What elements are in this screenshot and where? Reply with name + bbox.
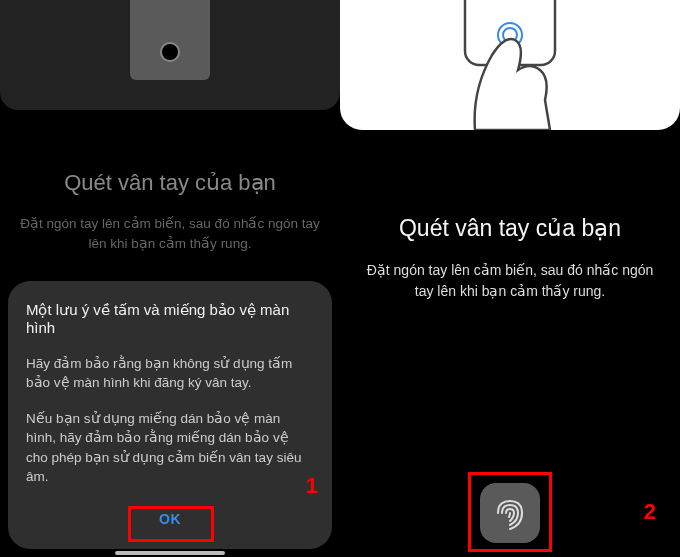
scan-instruction: Đặt ngón tay lên cảm biến, sau đó nhấc n… [360,260,660,302]
fingerprint-sensor[interactable] [480,483,540,543]
screen-protector-dialog: Một lưu ý về tấm và miếng bảo vệ màn hìn… [8,281,332,549]
scan-instruction: Đặt ngón tay lên cảm biến, sau đó nhấc n… [20,214,320,255]
scan-heading: Quét vân tay của bạn [20,170,320,196]
hand-touching-sensor-illustration [410,0,610,130]
ok-button[interactable]: OK [133,503,207,535]
scan-heading: Quét vân tay của bạn [360,215,660,242]
hand-illustration-area [340,0,680,130]
dialog-paragraph-1: Hãy đảm bảo rằng bạn không sử dụng tấm b… [26,354,314,393]
dialog-button-row: OK [26,503,314,535]
screen-2: Quét vân tay của bạn Đặt ngón tay lên cả… [340,0,680,557]
step-number-2: 2 [644,499,656,525]
fingerprint-icon [492,493,528,533]
step-number-1: 1 [306,473,318,499]
dialog-paragraph-2: Nếu bạn sử dụng miếng dán bảo vệ màn hìn… [26,409,314,487]
content-area: Quét vân tay của bạn Đặt ngón tay lên cả… [0,170,340,255]
phone-back-illustration [130,0,210,80]
content-area: Quét vân tay của bạn Đặt ngón tay lên cả… [340,215,680,302]
screen-1: Quét vân tay của bạn Đặt ngón tay lên cả… [0,0,340,557]
fingerprint-sensor-area[interactable] [480,483,540,543]
phone-illustration-area [0,0,340,110]
dialog-title: Một lưu ý về tấm và miếng bảo vệ màn hìn… [26,301,314,336]
nav-bar-indicator [115,551,225,555]
